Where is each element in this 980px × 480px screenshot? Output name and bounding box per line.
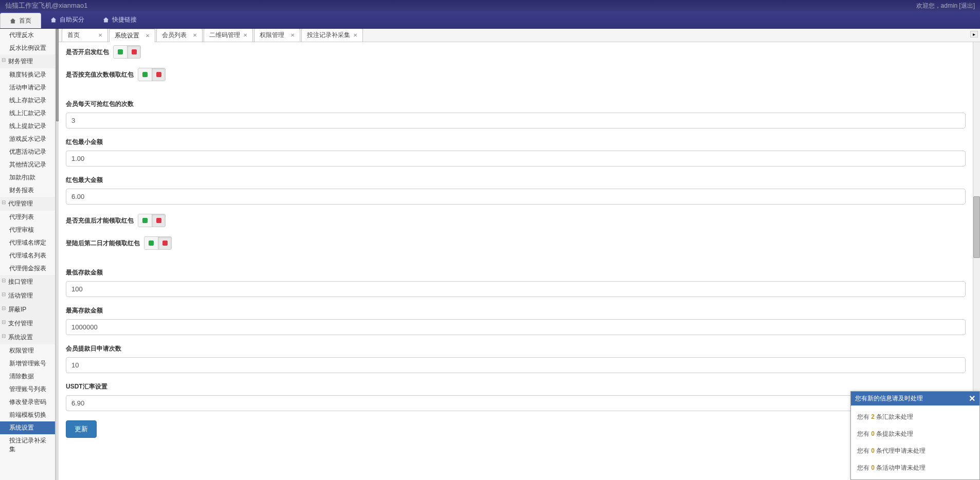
row-max-amount: 红包最大金额 <box>66 176 966 205</box>
notification-panel: 您有新的信息请及时处理 ✕ 您有 2 条汇款未处理您有 0 条提款未处理您有 0… <box>850 391 980 480</box>
input-daily-count[interactable] <box>66 113 966 128</box>
sidebar-section-head[interactable]: 支付管理 <box>0 317 55 330</box>
input-min-deposit[interactable] <box>66 281 966 297</box>
sidebar-item[interactable]: 线上提款记录 <box>0 120 55 133</box>
sidebar-item[interactable]: 活动申请记录 <box>0 81 55 94</box>
sidebar-section-head[interactable]: 屏蔽IP <box>0 303 55 317</box>
home-icon <box>10 18 16 24</box>
close-icon[interactable]: ✕ <box>193 32 197 38</box>
dot-green-icon <box>118 49 123 54</box>
close-icon[interactable]: ✕ <box>98 32 102 38</box>
document-tab[interactable]: 会员列表✕ <box>156 29 203 42</box>
sidebar-item[interactable]: 代理域名绑定 <box>0 236 55 249</box>
menu-tab-home[interactable]: 首页 <box>0 13 41 28</box>
sidebar-section-head[interactable]: 系统设置 <box>0 330 55 344</box>
input-max-amount[interactable] <box>66 189 966 205</box>
label-toggle4: 登陆后第二日才能领取红包 <box>66 239 140 248</box>
tab-label: 二维码管理 <box>209 31 240 40</box>
sidebar-item[interactable]: 线上汇款记录 <box>0 107 55 120</box>
tab-label: 投注记录补采集 <box>307 31 350 40</box>
sidebar-item[interactable]: 反水比例设置 <box>0 42 55 54</box>
sidebar-item[interactable]: 前端模板切换 <box>0 409 55 421</box>
input-max-deposit[interactable] <box>66 319 966 335</box>
row-withdraw-times: 会员提款日申请次数 <box>66 344 966 373</box>
sidebar-item[interactable]: 新增管理账号 <box>0 357 55 370</box>
sidebar-item[interactable]: 代理审核 <box>0 224 55 236</box>
sidebar-item[interactable]: 其他情况记录 <box>0 158 55 171</box>
toggle-off[interactable] <box>158 237 171 249</box>
sidebar-item[interactable]: 权限管理 <box>0 344 55 357</box>
notification-item[interactable]: 您有 2 条汇款未处理 <box>856 409 974 426</box>
sidebar-item[interactable]: 游戏反水记录 <box>0 133 55 145</box>
sidebar-section-head[interactable]: 财务管理 <box>0 54 55 68</box>
toggle-on[interactable] <box>138 68 152 81</box>
label-max-deposit: 最高存款金额 <box>66 306 966 315</box>
document-tab[interactable]: 首页✕ <box>62 29 108 42</box>
tab-label: 系统设置 <box>115 31 139 40</box>
sidebar-item[interactable]: 代理列表 <box>0 211 55 224</box>
close-icon[interactable]: ✕ <box>291 32 295 38</box>
sidebar-section-head[interactable]: 活动管理 <box>0 289 55 303</box>
input-usdt[interactable] <box>66 395 966 411</box>
label-min-deposit: 最低存款金额 <box>66 268 966 277</box>
toggle-next-day[interactable] <box>144 236 172 250</box>
sidebar-item[interactable]: 投注记录补采集 <box>0 434 55 456</box>
logout-link[interactable]: [退出] <box>959 2 975 9</box>
sidebar-item[interactable]: 优惠活动记录 <box>0 145 55 158</box>
row-submit: 更新 <box>66 420 966 438</box>
document-tab[interactable]: 二维码管理✕ <box>204 29 253 42</box>
toggle-on[interactable] <box>138 214 152 227</box>
row-max-deposit: 最高存款金额 <box>66 306 966 335</box>
sidebar-section-head[interactable]: 代理管理 <box>0 197 55 211</box>
menu-tab-self-buy[interactable]: 自助买分 <box>41 11 94 28</box>
notification-item[interactable]: 您有 0 条提款未处理 <box>856 426 974 442</box>
content-panel: 是否开启发红包 是否按充值次数领取红包 会员每天可抢红包的次数 <box>59 42 973 480</box>
dot-red-icon <box>156 218 161 223</box>
toggle-off[interactable] <box>152 68 165 81</box>
welcome-text: 欢迎您，admin [退出] <box>916 2 975 10</box>
notification-item[interactable]: 您有 0 条活动申请未处理 <box>856 459 974 476</box>
label-min-amount: 红包最小金额 <box>66 138 966 146</box>
input-withdraw-times[interactable] <box>66 357 966 373</box>
label-daily-count: 会员每天可抢红包的次数 <box>66 100 966 108</box>
tab-label: 会员列表 <box>162 31 187 40</box>
close-icon[interactable]: ✕ <box>353 32 357 38</box>
sidebar-item[interactable]: 管理账号列表 <box>0 383 55 396</box>
sidebar-item[interactable]: 财务报表 <box>0 184 55 197</box>
notification-item[interactable]: 您有 0 条代理申请未处理 <box>856 442 974 459</box>
row-daily-count: 会员每天可抢红包的次数 <box>66 100 966 128</box>
label-toggle2: 是否按充值次数领取红包 <box>66 70 134 79</box>
sidebar-item[interactable]: 线上存款记录 <box>0 94 55 107</box>
sidebar-item[interactable]: 额度转换记录 <box>0 68 55 81</box>
notification-header: 您有新的信息请及时处理 ✕ <box>851 392 979 405</box>
sidebar-item[interactable]: 清除数据 <box>0 370 55 383</box>
input-min-amount[interactable] <box>66 151 966 167</box>
toggle-after-recharge[interactable] <box>138 214 166 227</box>
document-tab[interactable]: 投注记录补采集✕ <box>301 29 363 42</box>
tab-scroll-right[interactable]: ▸ <box>970 31 978 38</box>
menu-tab-quick-links[interactable]: 快捷链接 <box>94 11 146 28</box>
sidebar-item[interactable]: 代理佣金报表 <box>0 262 55 275</box>
toggle-on[interactable] <box>114 46 127 58</box>
close-icon[interactable]: ✕ <box>146 33 150 39</box>
label-usdt: USDT汇率设置 <box>66 382 966 391</box>
sidebar-item[interactable]: 系统设置 <box>0 421 55 434</box>
sidebar-item[interactable]: 加款/扣款 <box>0 171 55 184</box>
tab-label: 首页 <box>67 31 80 40</box>
close-icon[interactable]: ✕ <box>243 32 247 38</box>
toggle-redpacket[interactable] <box>113 45 141 59</box>
scroll-thumb[interactable] <box>973 196 980 258</box>
submit-button[interactable]: 更新 <box>66 420 97 438</box>
sidebar-item[interactable]: 修改登录密码 <box>0 396 55 409</box>
sidebar-item[interactable]: 代理域名列表 <box>0 249 55 262</box>
document-tab[interactable]: 权限管理✕ <box>254 29 300 42</box>
toggle-off[interactable] <box>152 214 165 227</box>
close-icon[interactable]: ✕ <box>969 394 975 403</box>
toggle-by-recharge[interactable] <box>138 68 166 81</box>
home-icon <box>50 17 57 23</box>
toggle-off[interactable] <box>127 46 140 58</box>
sidebar-item[interactable]: 代理反水 <box>0 29 55 42</box>
document-tab[interactable]: 系统设置✕ <box>109 29 155 42</box>
toggle-on[interactable] <box>144 237 158 249</box>
sidebar-section-head[interactable]: 接口管理 <box>0 275 55 289</box>
